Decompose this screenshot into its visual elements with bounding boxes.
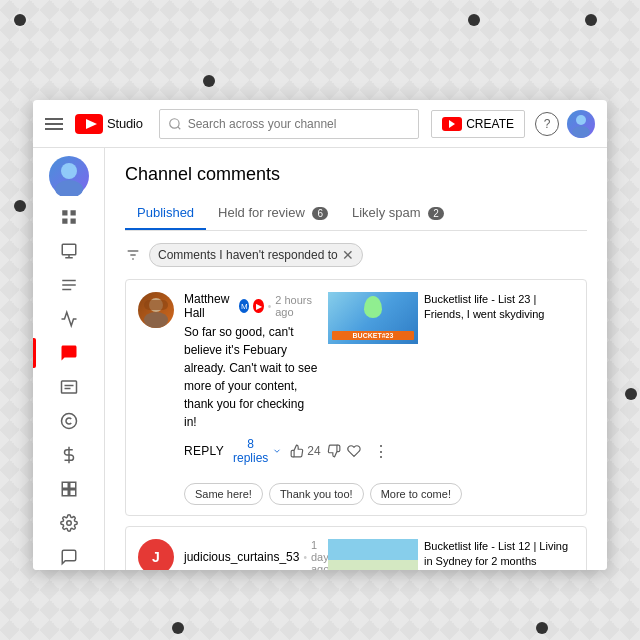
settings-icon [60, 514, 78, 532]
commenter-1-avatar [138, 292, 174, 328]
content-icon [60, 242, 78, 260]
sidebar-item-copyright[interactable] [33, 404, 104, 438]
comment-1-text: So far so good, can't believe it's Febua… [184, 323, 318, 431]
sidebar-item-comments[interactable] [33, 336, 104, 370]
comment-1-actions: REPLY 8 replies 24 [184, 437, 318, 465]
comment-2-meta: judicious_curtains_53 • 1 day ago [184, 539, 318, 570]
sidebar-item-subtitles[interactable] [33, 370, 104, 404]
feedback-icon [60, 548, 78, 566]
sidebar-item-analytics-wrap [33, 302, 104, 336]
dot-separator-2: • [303, 552, 307, 563]
search-input[interactable] [188, 117, 411, 131]
svg-rect-23 [62, 482, 68, 488]
quick-reply-more-to-come[interactable]: More to come! [370, 483, 462, 505]
filter-row: Comments I haven't responded to ✕ [125, 243, 587, 267]
video-info-2[interactable]: Bucketlist life - List 12 | Living in Sy… [424, 539, 574, 570]
tab-spam-badge: 2 [428, 207, 444, 220]
comment-2-time: 1 day ago [311, 539, 329, 570]
video-thumbnail-1[interactable]: BUCKET#23 [328, 292, 418, 344]
sidebar [33, 148, 105, 570]
create-button[interactable]: CREATE [431, 110, 525, 138]
filter-chip[interactable]: Comments I haven't responded to ✕ [149, 243, 363, 267]
sidebar-channel-avatar[interactable] [49, 156, 89, 196]
comment-1-right: BUCKET#23 Bucketlist life - List 23 | Fr… [328, 292, 574, 471]
customization-icon [60, 480, 78, 498]
user-avatar[interactable] [567, 110, 595, 138]
svg-line-3 [177, 126, 180, 129]
comment-2-right: BUCKET#12 Bucketlist life - List 12 | Li… [328, 539, 574, 570]
corner-dot-3 [585, 14, 597, 26]
sidebar-item-dashboard[interactable] [33, 200, 104, 234]
sidebar-item-content[interactable] [33, 234, 104, 268]
svg-rect-10 [62, 219, 67, 224]
svg-point-7 [55, 180, 83, 196]
content-area: Channel comments Published Held for revi… [33, 148, 607, 570]
subtitles-icon [60, 378, 78, 396]
replies-button-1[interactable]: 8 replies [232, 437, 282, 465]
youtube-logo [75, 114, 103, 134]
quick-reply-same-here[interactable]: Same here! [184, 483, 263, 505]
filter-close-button[interactable]: ✕ [342, 247, 354, 263]
svg-point-5 [572, 126, 590, 138]
comment-1-body: Matthew Hall M ▶ • 2 hours ago So far so… [184, 292, 318, 471]
tab-likely-spam[interactable]: Likely spam 2 [340, 197, 456, 230]
sidebar-item-customization-wrap [33, 472, 104, 506]
video-info-1[interactable]: Bucketlist life - List 23 | Friends, I w… [424, 292, 574, 323]
logo-area: Studio [75, 114, 143, 134]
comment-1-avatar-wrap [138, 292, 174, 471]
sidebar-item-playlists[interactable] [33, 268, 104, 302]
sidebar-item-feedback[interactable] [33, 540, 104, 570]
video-thumbnail-2[interactable]: BUCKET#12 [328, 539, 418, 570]
sidebar-item-settings[interactable] [33, 506, 104, 540]
create-icon [442, 117, 462, 131]
quick-reply-thank-you[interactable]: Thank you too! [269, 483, 364, 505]
commenter-1-name: Matthew Hall [184, 292, 235, 320]
corner-dot-7 [536, 622, 548, 634]
svg-rect-26 [69, 490, 75, 496]
svg-point-6 [61, 163, 77, 179]
quick-replies-1: Same here! Thank you too! More to come! [126, 483, 586, 515]
sidebar-item-dashboard-wrap [33, 200, 104, 234]
corner-dot-6 [172, 622, 184, 634]
svg-rect-11 [70, 219, 75, 224]
svg-rect-12 [62, 244, 76, 255]
sidebar-item-earn-wrap [33, 438, 104, 472]
sidebar-item-playlists-wrap [33, 268, 104, 302]
thumbs-up-icon-1 [290, 444, 304, 458]
tab-held-for-review[interactable]: Held for review 6 [206, 197, 340, 230]
sidebar-item-analytics[interactable] [33, 302, 104, 336]
studio-label: Studio [107, 116, 143, 131]
search-bar [159, 109, 420, 139]
filter-icon[interactable] [125, 247, 141, 263]
dot-separator-1: • [268, 301, 272, 312]
comment-main-2: J judicious_curtains_53 • 1 day ago You … [126, 527, 586, 570]
corner-dot-5 [14, 200, 26, 212]
browser-window: Studio CREATE ? [33, 100, 607, 570]
analytics-icon [60, 310, 78, 328]
corner-dot-4 [203, 75, 215, 87]
thumb-label-1: BUCKET#23 [332, 331, 414, 340]
sidebar-item-settings-wrap [33, 506, 104, 540]
svg-rect-25 [62, 490, 68, 496]
sidebar-item-earn[interactable] [33, 438, 104, 472]
commenter-2-name: judicious_curtains_53 [184, 550, 299, 564]
copyright-icon [60, 412, 78, 430]
commenter-2-avatar: J [138, 539, 174, 570]
svg-point-2 [169, 118, 178, 127]
comment-1-meta: Matthew Hall M ▶ • 2 hours ago [184, 292, 318, 320]
create-label: CREATE [466, 117, 514, 131]
tab-published[interactable]: Published [125, 197, 206, 230]
playlists-icon [60, 276, 78, 294]
menu-button[interactable] [45, 118, 63, 130]
reply-button-1[interactable]: REPLY [184, 444, 224, 458]
search-icon [168, 117, 182, 131]
help-button[interactable]: ? [535, 112, 559, 136]
member-badge-1: M [239, 299, 249, 313]
svg-rect-18 [61, 381, 76, 393]
svg-point-32 [144, 312, 168, 328]
main-content: Channel comments Published Held for revi… [105, 148, 607, 570]
sidebar-item-customization[interactable] [33, 472, 104, 506]
corner-dot-8 [625, 388, 637, 400]
like-button-1[interactable]: 24 [290, 444, 320, 458]
svg-rect-24 [69, 482, 75, 488]
